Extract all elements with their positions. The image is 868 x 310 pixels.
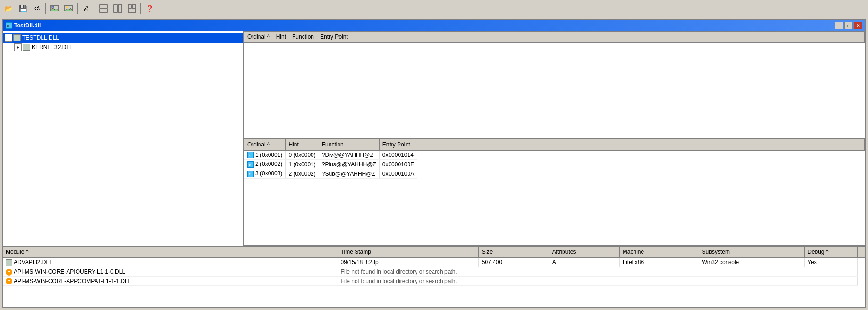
close-btn[interactable]: ✕ [854,22,862,29]
table-row[interactable]: ADVAPI32.DLL09/15/18 3:28p507,400AIntel … [3,258,865,267]
table-row[interactable]: ?API-MS-WIN-CORE-APIQUERY-L1-1-0.DLLFile… [3,267,865,276]
svg-point-3 [66,6,68,8]
cell-subsystem: Win32 console [699,258,805,267]
upper-col-entrypoint[interactable]: Entry Point [317,32,351,43]
separator-2 [77,3,78,14]
main-window: e TestDll.dll ─ □ ✕ − TESTDLL.DLL + [2,19,866,308]
separator-4 [140,3,141,14]
cell-hint: 0 (0x0000) [286,150,319,160]
upper-col-extra [351,32,864,43]
lower-table-section: Ordinal ^ Hint Function Entry Point e1 (… [244,138,865,246]
table-row[interactable]: e3 (0x0003)2 (0x0002)?Sub@@YAHHH@Z0x0000… [244,169,865,179]
image1-btn[interactable] [48,2,61,15]
cell-hint: 2 (0x0002) [286,169,319,179]
cell-size: 507,400 [478,258,549,267]
path-btn[interactable]: c:\ [30,2,43,15]
cell-module: ?API-MS-WIN-CORE-APIQUERY-L1-1-0.DLL [3,267,338,276]
tree-item-kernel32[interactable]: + KERNEL32.DLL [12,43,243,52]
func-icon: e [247,171,254,177]
cell-module: ?API-MS-WIN-CORE-APPCOMPAT-L1-1-1.DLL [3,276,338,286]
cell-function: ?Div@@YAHHH@Z [319,150,379,160]
module-icon-question: ? [6,269,12,276]
title-bar: e TestDll.dll ─ □ ✕ [3,20,865,31]
lower-col-function[interactable]: Function [319,139,379,150]
svg-rect-7 [118,5,122,12]
bottom-table: Module ^ Time Stamp Size Attributes Mach… [3,247,865,286]
cell-entry-point: 0x0000100A [379,169,417,179]
lower-table: Ordinal ^ Hint Function Entry Point e1 (… [244,139,865,179]
bottom-col-module[interactable]: Module ^ [3,247,338,258]
svg-text:e: e [249,172,251,176]
svg-rect-1 [52,6,54,8]
maximize-btn[interactable]: □ [844,22,853,29]
table-row[interactable]: ?API-MS-WIN-CORE-APPCOMPAT-L1-1-1.DLLFil… [3,276,865,286]
lower-col-ordinal[interactable]: Ordinal ^ [244,139,286,150]
minimize-btn[interactable]: ─ [835,22,843,29]
cell-machine: Intel x86 [619,258,699,267]
image2-btn[interactable] [62,2,75,15]
svg-rect-6 [114,5,117,12]
bottom-col-debug[interactable]: Debug ^ [805,247,858,258]
cell-hint: 1 (0x0001) [286,160,319,169]
print-btn[interactable]: 🖨 [79,2,93,15]
svg-text:e: e [7,24,9,28]
cell-function: ?Sub@@YAHHH@Z [319,169,379,179]
tree-label-testdll: TESTDLL.DLL [22,34,59,41]
bottom-pane: Module ^ Time Stamp Size Attributes Mach… [3,246,865,307]
title-bar-left: e TestDll.dll [6,22,41,29]
cell-attributes: A [549,258,619,267]
svg-text:e: e [249,154,251,157]
tree-toggle-testdll[interactable]: − [5,34,12,42]
separator-1 [45,3,46,14]
cell-ordinal: e1 (0x0001) [244,150,286,160]
module-icon-gray [6,259,12,266]
dll-icon-testdll [13,34,21,41]
cell-entry-point: 0x0000100F [379,160,417,169]
cell-timestamp: File not found in local directory or sea… [338,267,857,276]
upper-table: Ordinal ^ Hint Function Entry Point [244,32,865,43]
layout3-btn[interactable] [125,2,139,15]
table-row[interactable]: e2 (0x0002)1 (0x0001)?Plus@@YAHHH@Z0x000… [244,160,865,169]
cell-timestamp: 09/15/18 3:28p [338,258,478,267]
dll-icon-kernel32 [23,44,30,51]
cell-ordinal: e3 (0x0003) [244,169,286,179]
separator-3 [95,3,95,14]
svg-rect-5 [100,9,107,12]
cell-entry-point: 0x00001014 [379,150,417,160]
window-icon: e [6,22,12,29]
upper-col-hint[interactable]: Hint [273,32,289,43]
save-btn[interactable]: 💾 [16,2,29,15]
table-row[interactable]: e1 (0x0001)0 (0x0000)?Div@@YAHHH@Z0x0000… [244,150,865,160]
lower-col-hint[interactable]: Hint [286,139,319,150]
window-content: − TESTDLL.DLL + KERNEL32.DLL [3,31,865,246]
bottom-col-machine[interactable]: Machine [619,247,699,258]
right-pane: Ordinal ^ Hint Function Entry Point [244,31,865,246]
svg-rect-10 [128,9,136,12]
svg-text:e: e [249,163,251,166]
module-icon-question: ? [6,278,12,284]
upper-col-ordinal[interactable]: Ordinal ^ [244,32,273,43]
tree-label-kernel32: KERNEL32.DLL [32,44,73,51]
lower-col-entrypoint[interactable]: Entry Point [379,139,417,150]
svg-rect-9 [132,5,136,8]
open-folder-btn[interactable]: 📂 [2,2,15,15]
bottom-col-scrollbar [858,247,865,258]
bottom-col-size[interactable]: Size [478,247,549,258]
cell-debug: Yes [805,258,858,267]
bottom-col-subsystem[interactable]: Subsystem [699,247,805,258]
func-icon: e [247,161,254,168]
tree-icon-kernel32 [23,44,30,51]
upper-table-section: Ordinal ^ Hint Function Entry Point [244,31,865,138]
toolbar: 📂 💾 c:\ 🖨 ❓ [0,0,868,17]
bottom-col-attributes[interactable]: Attributes [549,247,619,258]
lower-col-extra [417,139,865,150]
svg-rect-8 [128,5,131,8]
tree-item-testdll[interactable]: − TESTDLL.DLL [3,33,243,43]
bottom-col-timestamp[interactable]: Time Stamp [338,247,478,258]
layout2-btn[interactable] [111,2,124,15]
layout1-btn[interactable] [97,2,110,15]
help-btn[interactable]: ❓ [143,2,156,15]
tree-toggle-kernel32[interactable]: + [14,43,22,51]
upper-col-function[interactable]: Function [289,32,317,43]
title-bar-buttons: ─ □ ✕ [835,22,862,29]
